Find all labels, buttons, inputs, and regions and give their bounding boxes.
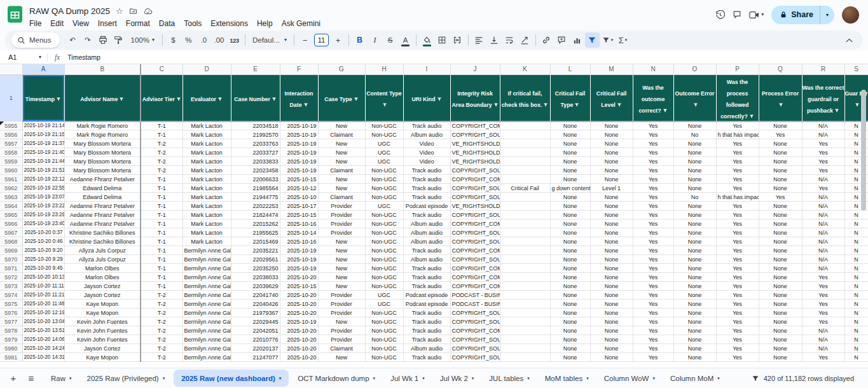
column-header-G[interactable]: G (318, 64, 365, 74)
cell-C5975[interactable]: T-2 (141, 300, 183, 308)
column-header-S[interactable]: S (844, 64, 868, 74)
cell-G5955[interactable]: New (318, 121, 365, 130)
percent-format-button[interactable]: % (181, 32, 196, 48)
cell-N5968[interactable]: Yes (633, 237, 673, 246)
comments-icon[interactable] (733, 10, 741, 19)
cell-A5975[interactable]: 2025-10-20 11:48 (22, 300, 64, 308)
cell-N5977[interactable]: Yes (633, 317, 673, 326)
row-header-5976[interactable]: 5976 (0, 308, 22, 317)
cell-N5955[interactable]: Yes (633, 121, 673, 130)
cell-J5977[interactable]: COPYRIGHT_SOUND_RECORDING (450, 317, 500, 326)
cell-D5960[interactable]: Mark Lacton (183, 166, 231, 175)
menu-format[interactable]: Format (121, 18, 155, 29)
cell-L5955[interactable]: None (550, 121, 590, 130)
cell-E5973[interactable]: 22039629 (231, 282, 280, 291)
menu-edit[interactable]: Edit (46, 18, 68, 29)
cell-J5972[interactable]: COPYRIGHT_COMPOSITION (450, 273, 500, 282)
cell-J5973[interactable]: COPYRIGHT_COMPOSITION (450, 282, 500, 291)
decrease-decimal-button[interactable]: .0 (196, 32, 211, 48)
cell-J5979[interactable]: COPYRIGHT_SOUND_RECORDING (450, 335, 500, 344)
filter-icon[interactable] (354, 97, 359, 102)
move-folder-icon[interactable] (129, 7, 137, 15)
filter-icon[interactable] (217, 97, 223, 102)
cell-R5957[interactable]: Yes (802, 139, 844, 148)
cell-I5956[interactable]: Album audio (403, 130, 450, 139)
text-rotate-button[interactable] (518, 32, 532, 48)
header-cell-C1[interactable]: Advisor Tier (141, 74, 183, 121)
cell-D5959[interactable]: Mark Lacton (183, 157, 231, 166)
cell-H5977[interactable]: Non-UGC (365, 317, 403, 326)
cell-B5960[interactable]: Mary Blossom Mortera (64, 166, 141, 175)
cell-F5963[interactable]: 2025-10-10 (280, 193, 318, 202)
italic-button[interactable]: I (368, 32, 382, 48)
cell-G5982[interactable]: Provider (318, 362, 365, 363)
cell-A5979[interactable]: 2025-10-20 14:06 (22, 335, 64, 344)
cell-N5971[interactable]: Yes (633, 264, 673, 273)
cell-F5970[interactable]: 2025-10-19 (280, 255, 318, 264)
cell-Q5982[interactable]: None (759, 362, 802, 363)
cell-J5980[interactable]: COPYRIGHT_SOUND_RECORDING (450, 344, 500, 353)
cell-O5977[interactable]: None (673, 317, 716, 326)
select-all-corner[interactable] (0, 64, 22, 74)
menu-insert[interactable]: Insert (93, 18, 121, 29)
cell-I5965[interactable]: Track audio (403, 211, 450, 219)
cell-F5965[interactable]: 2025-10-15 (280, 211, 318, 219)
strikethrough-button[interactable]: S (383, 32, 397, 48)
cell-N5957[interactable]: Yes (633, 139, 673, 148)
cell-M5976[interactable]: None (590, 308, 633, 317)
cell-R5972[interactable]: Yes (802, 273, 844, 282)
cell-B5978[interactable]: Kevin John Fuentes (64, 326, 141, 335)
cell-K5980[interactable] (500, 344, 550, 353)
cell-Q5969[interactable]: None (759, 246, 802, 255)
cell-R5960[interactable]: Yes (802, 166, 844, 175)
cell-A5968[interactable]: 2025-10-20 0:46 (22, 237, 64, 246)
cell-C5978[interactable]: T-2 (141, 326, 183, 335)
cell-F5973[interactable]: 2025-10-15 (280, 282, 318, 291)
row-header-5982[interactable]: 5982 (0, 362, 22, 363)
cell-D5955[interactable]: Mark Lacton (183, 121, 231, 130)
cell-C5969[interactable]: T-1 (141, 246, 183, 255)
cell-H5957[interactable]: UGC (365, 139, 403, 148)
cell-R5981[interactable]: Yes (802, 353, 844, 362)
cell-K5959[interactable] (500, 157, 550, 166)
functions-button[interactable]: Σ▾ (616, 32, 630, 48)
cell-D5966[interactable]: Mark Lacton (183, 219, 231, 228)
cell-L5973[interactable]: None (550, 282, 590, 291)
sheet-tab-mom-tables[interactable]: MoM tables▾ (537, 368, 596, 388)
cell-I5974[interactable]: Podcast episode (403, 291, 450, 300)
cell-O5961[interactable]: None (673, 175, 716, 184)
header-cell-J1[interactable]: Integrity Risk Area Boundary (450, 74, 500, 121)
cell-L5961[interactable]: None (550, 175, 590, 184)
cell-E5961[interactable]: 22006633 (231, 175, 280, 184)
cell-Q5976[interactable]: None (759, 308, 802, 317)
cell-P5964[interactable]: Yes (716, 202, 759, 211)
cell-M5968[interactable]: None (590, 237, 633, 246)
cell-F5982[interactable]: 2025-10-20 (280, 362, 318, 363)
cell-I5955[interactable]: Track audio (403, 121, 450, 130)
cell-M5956[interactable]: None (590, 130, 633, 139)
cell-Q5971[interactable]: None (759, 264, 802, 273)
row-header-5978[interactable]: 5978 (0, 326, 22, 335)
cell-F5960[interactable]: 2025-10-19 (280, 166, 318, 175)
cell-A5981[interactable]: 2025-10-20 14:31 (22, 353, 64, 362)
cell-E5963[interactable]: 21944775 (231, 193, 280, 202)
borders-button[interactable] (435, 32, 450, 48)
cell-I5959[interactable]: Video (403, 157, 450, 166)
cell-E5978[interactable]: 22042051 (231, 326, 280, 335)
cell-D5975[interactable]: Bermilyn Anne Galera (183, 300, 231, 308)
cell-B5968[interactable]: Khristine Sachiko Billones (64, 237, 141, 246)
cell-O5972[interactable]: None (673, 273, 716, 282)
cell-P5960[interactable]: Yes (716, 166, 759, 175)
row-header-5967[interactable]: 5967 (0, 228, 22, 237)
cell-R5955[interactable]: N/A (802, 121, 844, 130)
cell-J5963[interactable]: COPYRIGHT_SOUND_RECORDING (450, 193, 500, 202)
cell-K5982[interactable] (500, 362, 550, 363)
cell-A5955[interactable]: 2025-10-19 21:14 (22, 121, 64, 130)
cell-N5959[interactable]: Yes (633, 157, 673, 166)
cell-A5962[interactable]: 2025-10-19 22:55 (22, 184, 64, 193)
cell-O5968[interactable]: None (673, 237, 716, 246)
cell-C5964[interactable]: T-1 (141, 202, 183, 211)
cell-Q5972[interactable]: None (759, 273, 802, 282)
menu-data[interactable]: Data (155, 18, 179, 29)
cell-H5969[interactable]: Non-UGC (365, 246, 403, 255)
